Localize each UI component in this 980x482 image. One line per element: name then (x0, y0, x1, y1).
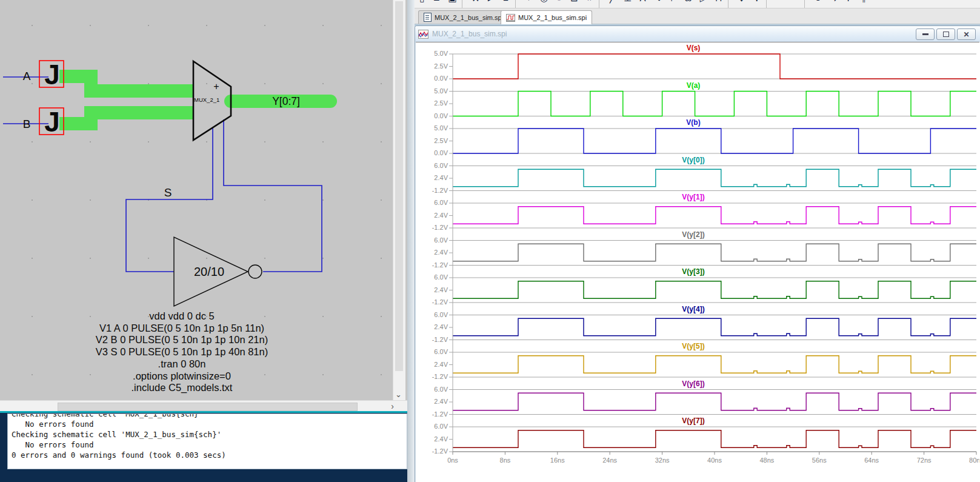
inductor-icon[interactable]: ω (682, 0, 695, 8)
trace-label-V(y[0])[interactable]: V(y[0]) (645, 156, 742, 164)
bus-a[interactable] (59, 76, 193, 91)
close-icon: ✕ (963, 32, 969, 38)
y-tick-label: 2.4V (419, 361, 448, 368)
trace-label-V(y[1])[interactable]: V(y[1]) (645, 193, 742, 201)
trace-label-V(y[5])[interactable]: V(y[5]) (645, 342, 742, 350)
spice-line[interactable]: vdd vdd 0 dc 5 (149, 310, 214, 321)
restore-button[interactable] (936, 28, 955, 40)
run-icon[interactable]: ► (484, 0, 497, 8)
waveform-icon (506, 14, 515, 22)
trace-label-V(a)[interactable]: V(a) (645, 81, 742, 90)
zoom-back-icon[interactable]: ◌ (553, 0, 565, 8)
diode-icon[interactable]: ▷ (697, 0, 710, 8)
minimize-button[interactable] (916, 28, 935, 40)
inverter-size: 20/10 (194, 265, 224, 278)
schematic-drawing: A B J J S + MUX_2_1 (0, 0, 393, 400)
text-icon[interactable]: T (842, 0, 855, 8)
close-button[interactable]: ✕ (957, 28, 976, 40)
bus-tap-glyph: J (44, 106, 60, 138)
trace-label-V(y[4])[interactable]: V(y[4]) (645, 305, 742, 313)
y-tick-label: 6.0V (419, 162, 448, 169)
new-doc-icon[interactable]: ▯ (416, 0, 428, 8)
redo-icon[interactable]: ↷ (788, 0, 801, 8)
inverter-symbol[interactable]: 20/10 (174, 237, 262, 306)
y-tick-label: 6.0V (419, 273, 448, 281)
wire-icon[interactable]: ╱ (606, 0, 619, 8)
console-line: 0 errors and 0 warnings found (took 0.00… (12, 450, 405, 460)
trace-label-V(b)[interactable]: V(b) (645, 118, 742, 127)
open-file-icon[interactable]: ▱ (431, 0, 444, 8)
scroll-right-icon[interactable]: › (391, 401, 394, 411)
undo-icon[interactable]: ↶ (773, 0, 786, 8)
probe-cursor-icon[interactable]: ⌖ (522, 0, 535, 8)
save-icon[interactable]: ▣ (446, 0, 459, 8)
ltspice-window: ▯▱▣⚒►■⌖◎◌⊡⌗╱⊥A∿⊦ω▷⊓✥✛↶↷↻⇋T¶ MUX_2_1_bus_… (407, 0, 980, 482)
x-tick-label: 24ns (596, 457, 623, 464)
y-tick-label: 6.0V (419, 348, 448, 355)
label-s: S (164, 186, 172, 199)
rotate-icon[interactable]: ↻ (812, 0, 824, 8)
wire-s-inverted[interactable] (224, 119, 322, 272)
halt-icon[interactable]: ■ (499, 0, 512, 8)
y-tick-label: -1.2V (419, 447, 448, 455)
y-tick-label: 6.0V (419, 423, 448, 430)
net-label-icon[interactable]: A (636, 0, 649, 8)
mux-plus: + (213, 81, 219, 92)
tab-label: MUX_2_1_bus_sim.spi (518, 14, 587, 21)
trace-label-V(y[7])[interactable]: V(y[7]) (645, 417, 742, 425)
messages-window[interactable]: Checking schematic cell 'MUX_2_1_bus{sch… (7, 413, 407, 469)
toolbar-separator (728, 0, 732, 8)
tab-waveform[interactable]: MUX_2_1_bus_sim.spi (501, 10, 592, 24)
label-b: B (23, 118, 31, 130)
move-icon[interactable]: ✥ (735, 0, 748, 8)
trace-label-V(s)[interactable]: V(s) (645, 44, 742, 52)
y-tick-label: 2.4V (419, 212, 448, 219)
scroll-down-icon[interactable]: ⌄ (395, 390, 402, 399)
spice-line[interactable]: .options plotwinsize=0 (133, 370, 231, 381)
schematic-canvas[interactable]: A B J J S + MUX_2_1 (0, 0, 393, 400)
capacitor-icon[interactable]: ⊦ (667, 0, 679, 8)
vscroll-thumb[interactable] (395, 1, 403, 371)
spice-line[interactable]: .tran 0 80n (158, 358, 206, 369)
control-panel-icon[interactable]: ⚒ (469, 0, 482, 8)
x-tick-label: 56ns (806, 457, 833, 464)
tab-netlist[interactable]: MUX_2_1_bus_sim.spi (418, 10, 508, 24)
label-y-bus: Y[0:7] (272, 95, 300, 107)
schematic-editor-window: A B J J S + MUX_2_1 (0, 0, 408, 413)
bus-b[interactable] (59, 113, 193, 124)
zoom-area-icon[interactable]: ◎ (538, 0, 550, 8)
x-tick-label: 8ns (492, 457, 518, 464)
waveform-titlebar[interactable]: MUX_2_1_bus_sim.spi ✕ (415, 26, 980, 42)
hscroll-thumb[interactable] (58, 403, 358, 411)
component-icon[interactable]: ⊓ (712, 0, 725, 8)
toolbar-separator (515, 0, 519, 8)
spice-directive-icon[interactable]: ¶ (857, 0, 870, 8)
trace-label-V(y[2])[interactable]: V(y[2]) (645, 230, 742, 239)
resistor-icon[interactable]: ∿ (652, 0, 664, 8)
screen: { "schematic": { "labels": { "input_a": … (0, 0, 980, 482)
zoom-extents-icon[interactable]: ⊡ (568, 0, 581, 8)
schematic-vscrollbar[interactable]: ⌄ (393, 0, 405, 400)
schematic-hscrollbar[interactable]: › (0, 400, 407, 412)
wire-s[interactable] (126, 127, 213, 272)
x-tick-label: 72ns (911, 457, 938, 464)
y-tick-label: -1.2V (419, 261, 448, 269)
waveform-child-window: MUX_2_1_bus_sim.spi ✕ V(s)5.0V2.5V0.0VV(… (415, 25, 980, 482)
y-tick-label: 2.4V (419, 249, 448, 256)
mirror-icon[interactable]: ⇋ (827, 0, 839, 8)
y-tick-label: 6.0V (419, 386, 448, 393)
drag-icon[interactable]: ✛ (750, 0, 763, 8)
waveform-plot-area[interactable]: V(s)5.0V2.5V0.0VV(a)5.0V2.5V0.0VV(b)5.0V… (416, 42, 979, 482)
spice-line[interactable]: V1 A 0 PULSE(0 5 10n 1p 1p 5n 11n) (99, 323, 264, 333)
spice-line[interactable]: .include C5_models.txt (132, 382, 233, 393)
ltspice-window-border (407, 0, 415, 482)
ground-icon[interactable]: ⊥ (621, 0, 634, 8)
spice-line[interactable]: V3 S 0 PULSE(0 5 10n 1p 1p 40n 81n) (96, 346, 268, 357)
toolbar-separator (599, 0, 603, 8)
trace-label-V(y[6])[interactable]: V(y[6]) (645, 380, 742, 388)
trace-label-V(y[3])[interactable]: V(y[3]) (645, 267, 742, 276)
restore-icon (943, 32, 949, 37)
y-tick-label: -1.2V (419, 224, 448, 231)
ruler-icon[interactable]: ⌗ (583, 0, 596, 8)
spice-line[interactable]: V2 B 0 PULSE(0 5 10n 1p 1p 10n 21n) (96, 334, 268, 345)
